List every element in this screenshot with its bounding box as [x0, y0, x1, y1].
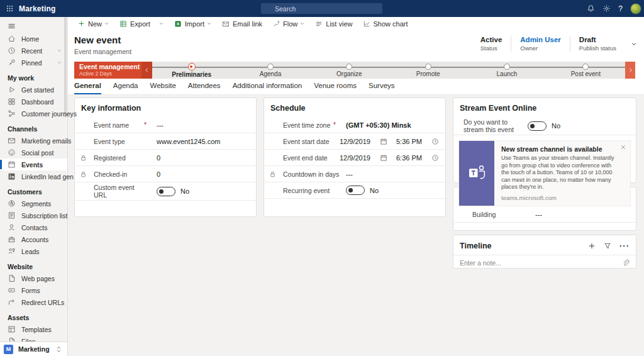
flow-button[interactable]: Flow: [268, 19, 309, 29]
notifications-bell-icon[interactable]: [587, 4, 595, 13]
sidebar-item-get-started[interactable]: Get started: [0, 84, 67, 96]
stage-dot[interactable]: [346, 64, 352, 70]
email-link-button[interactable]: Email link: [218, 19, 267, 29]
sidebar-item-redirect-urls[interactable]: Redirect URLs: [0, 296, 67, 308]
email-link-icon: [222, 20, 230, 28]
field-building[interactable]: Building ---: [453, 206, 636, 223]
attachment-paperclip-icon[interactable]: [622, 259, 630, 267]
stage-dot[interactable]: [582, 64, 589, 70]
show-chart-button[interactable]: Show chart: [358, 19, 413, 29]
sidebar-item-recent[interactable]: Recent: [0, 45, 67, 57]
process-stage-preliminaries[interactable]: Preliminaries: [152, 62, 231, 79]
sidebar-item-social-post[interactable]: Social post: [0, 147, 67, 159]
sidebar-item-home[interactable]: Home: [0, 33, 67, 45]
tab-agenda[interactable]: Agenda: [113, 82, 138, 94]
filter-funnel-icon[interactable]: [604, 242, 611, 250]
import-button[interactable]: Import: [170, 19, 216, 29]
field-event-time-zone[interactable]: Event time zone * (GMT +05:30) Minsk: [264, 117, 445, 133]
area-switcher[interactable]: M Marketing: [0, 342, 67, 356]
settings-gear-icon[interactable]: [602, 4, 611, 13]
recurring-event-toggle[interactable]: [346, 186, 365, 195]
app-launcher-waffle-icon[interactable]: [0, 0, 19, 17]
process-next-chevron-icon[interactable]: [625, 62, 635, 79]
process-back-chevron-icon[interactable]: [142, 62, 152, 79]
process-stage-promote[interactable]: Promote: [389, 62, 467, 79]
area-switcher-updown-icon[interactable]: [55, 346, 62, 353]
sidebar-item-accounts[interactable]: Accounts: [0, 233, 67, 245]
chevron-down-icon[interactable]: [57, 60, 62, 65]
excel-table-icon: [119, 20, 127, 28]
field-stream-this-event: Do you want to stream this event No: [453, 117, 636, 135]
calendar-picker-icon[interactable]: [380, 154, 387, 162]
stage-dot[interactable]: [504, 64, 510, 70]
export-button[interactable]: Export: [115, 19, 169, 29]
process-stage-post-event[interactable]: Post event: [547, 62, 625, 79]
sidebar-item-web-pages[interactable]: Web pages: [0, 272, 67, 284]
sidebar-section-customers: Customers: [0, 185, 67, 197]
field-event-name[interactable]: Event name * ---: [75, 117, 256, 133]
sidebar-collapse-hamburger-icon[interactable]: [0, 17, 67, 33]
tab-website[interactable]: Website: [150, 82, 175, 94]
stage-dot[interactable]: [267, 64, 274, 70]
sidebar-item-linkedin-lead-gen[interactable]: LinkedIn lead gen: [0, 170, 67, 182]
field-custom-event-url: Custom event URL No: [75, 182, 256, 201]
search-input[interactable]: [261, 3, 382, 14]
page-title: New event: [74, 35, 121, 45]
calendar-picker-icon[interactable]: [380, 138, 387, 145]
tab-general[interactable]: General: [74, 82, 101, 94]
time-picker-clock-icon[interactable]: [431, 154, 439, 162]
sidebar-item-forms[interactable]: Forms: [0, 284, 67, 296]
chevron-down-icon[interactable]: [299, 21, 305, 26]
stream-event-toggle[interactable]: [528, 121, 547, 131]
home-icon: [8, 35, 16, 43]
process-stage-flyout[interactable]: Event management Active 2 Days: [74, 62, 152, 79]
sidebar-item-contacts[interactable]: Contacts: [0, 221, 67, 233]
lead-funnel-icon: [8, 247, 16, 255]
sidebar-item-marketing-emails[interactable]: Marketing emails: [0, 135, 67, 147]
close-icon[interactable]: [620, 144, 626, 150]
chevron-down-icon[interactable]: [206, 21, 212, 26]
status-field: Active Status: [472, 36, 511, 52]
custom-event-url-toggle[interactable]: [157, 187, 175, 196]
tab-additional-information[interactable]: Additional information: [233, 82, 303, 94]
sidebar-item-segments[interactable]: Segments: [0, 197, 67, 209]
stage-dot[interactable]: [188, 63, 196, 70]
tab-attendees[interactable]: Attendees: [188, 82, 221, 94]
chevron-down-icon[interactable]: [57, 48, 62, 53]
chevron-down-icon[interactable]: [158, 21, 164, 26]
sidebar-item-events[interactable]: Events: [0, 159, 67, 170]
user-avatar[interactable]: [630, 3, 641, 14]
add-note-plus-icon[interactable]: [588, 242, 596, 250]
teams-link[interactable]: teams.microsoft.com: [501, 194, 616, 201]
chart-icon: [363, 20, 370, 28]
field-countdown-in-days: Countdown in days ---: [264, 166, 445, 182]
more-options-icon[interactable]: ···: [619, 241, 630, 250]
tab-venue-rooms[interactable]: Venue rooms: [314, 82, 357, 94]
sidebar-item-templates[interactable]: Templates: [0, 323, 67, 335]
schedule-card: Schedule Event time zone * (GMT +05:30) …: [264, 97, 446, 217]
sidebar-item-pinned[interactable]: Pinned: [0, 57, 67, 69]
new-button[interactable]: New: [74, 19, 114, 29]
sidebar-item-customer-journeys[interactable]: Customer journeys: [0, 108, 67, 120]
time-picker-clock-icon[interactable]: [431, 138, 439, 145]
help-icon[interactable]: ?: [618, 4, 623, 13]
sidebar: Home Recent Pinned My work Get started D…: [0, 17, 68, 356]
sidebar-item-dashboard[interactable]: Dashboard: [0, 96, 67, 108]
header-expand-chevron-icon[interactable]: [630, 40, 638, 48]
field-registered: Registered 0: [75, 150, 256, 166]
list-view-icon: [315, 20, 323, 28]
process-stage-agenda[interactable]: Agenda: [231, 62, 309, 79]
lock-icon: [80, 170, 87, 177]
process-stage-launch[interactable]: Launch: [467, 62, 546, 79]
chevron-down-icon[interactable]: [104, 21, 109, 26]
list-view-button[interactable]: List view: [311, 19, 357, 29]
process-stages: Preliminaries Agenda Organize Promote La…: [152, 62, 625, 79]
stage-dot[interactable]: [425, 64, 431, 70]
owner-link[interactable]: Admin User: [520, 36, 561, 43]
note-input[interactable]: [460, 259, 622, 267]
sidebar-item-leads[interactable]: Leads: [0, 245, 67, 257]
field-event-type[interactable]: Event type www.event1245.com: [75, 133, 256, 150]
process-stage-organize[interactable]: Organize: [310, 62, 389, 79]
tab-surveys[interactable]: Surveys: [369, 82, 395, 94]
sidebar-item-subscription-list[interactable]: Subscription list: [0, 209, 67, 221]
